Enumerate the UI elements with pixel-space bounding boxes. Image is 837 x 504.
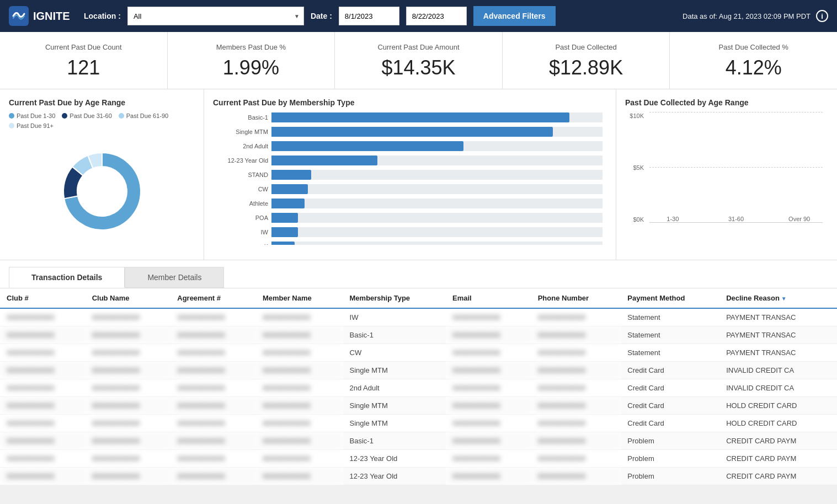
date-end-input[interactable] <box>406 7 467 25</box>
col-chart-area: $10K$5K$0K 1-3031-60Over 90 <box>625 112 828 239</box>
table-cell: XXXXXXXXXX <box>446 326 531 344</box>
kpi-value: $14.35K <box>348 58 489 78</box>
col-x-label: 1-30 <box>667 216 679 222</box>
bar-row: K <box>213 242 603 245</box>
table-cell: XXXXXXXXXX <box>86 432 171 450</box>
bar-track <box>271 156 603 165</box>
legend-dot <box>9 113 14 119</box>
location-select-wrapper[interactable]: All <box>127 7 304 25</box>
kpi-row: Current Past Due Count 121 Members Past … <box>0 32 837 89</box>
table-header[interactable]: Membership Type <box>343 288 446 308</box>
table-cell: INVALID CREDIT CA <box>719 379 837 397</box>
table-cell: Statement <box>621 326 719 344</box>
table-cell: PAYMENT TRANSAC <box>719 326 837 344</box>
table-cell: XXXXXXXXXX <box>86 468 171 485</box>
data-table: Club #Club NameAgreement #Member NameMem… <box>0 288 837 485</box>
table-cell: XXXXXXXXXX <box>446 415 531 432</box>
bar-label: Single MTM <box>213 128 268 135</box>
table-cell: XXXXXXXXXX <box>256 415 343 432</box>
info-icon[interactable]: i <box>816 10 828 22</box>
tab[interactable]: Member Details <box>125 267 224 288</box>
location-label: Location : <box>84 12 121 20</box>
table-header[interactable]: Payment Method <box>621 288 719 308</box>
tabs-row: Transaction DetailsMember Details <box>0 260 837 288</box>
table-cell: XXXXXXXXXX <box>446 432 531 450</box>
table-header[interactable]: Agreement # <box>170 288 256 308</box>
table-header[interactable]: Decline Reason <box>719 288 837 308</box>
table-cell: XXXXXXXXXX <box>0 432 86 450</box>
table-cell: XXXXXXXXXX <box>0 379 86 397</box>
advanced-filters-button[interactable]: Advanced Filters <box>473 6 556 26</box>
table-cell: XXXXXXXXXX <box>170 362 256 379</box>
location-select[interactable]: All <box>127 7 304 25</box>
bar-row: Basic-1 <box>213 112 603 122</box>
header: IGNITE Location : All Date : Advanced Fi… <box>0 0 837 32</box>
table-cell: CW <box>343 344 446 362</box>
bar-fill <box>271 213 298 223</box>
bar-chart-panel: Current Past Due by Membership Type Basi… <box>204 89 616 260</box>
table-cell: Single MTM <box>343 415 446 432</box>
bar-track <box>271 112 603 122</box>
table-cell: XXXXXXXXXX <box>446 362 531 379</box>
table-cell: Single MTM <box>343 362 446 379</box>
table-cell: XXXXXXXXXX <box>170 379 256 397</box>
bar-track <box>271 141 603 151</box>
table-cell: XXXXXXXXXX <box>0 344 86 362</box>
kpi-value: 4.12% <box>683 58 824 78</box>
table-cell: Problem <box>621 450 719 468</box>
kpi-value: $12.89K <box>516 58 657 78</box>
tab[interactable]: Transaction Details <box>9 267 125 288</box>
table-header[interactable]: Email <box>446 288 531 308</box>
bar-label: 2nd Adult <box>213 143 268 149</box>
table-cell: XXXXXXXXXX <box>256 362 343 379</box>
table-row: XXXXXXXXXXXXXXXXXXXXXXXXXXXXXXXXXXXXXXXX… <box>0 450 837 468</box>
date-start-input[interactable] <box>339 7 399 25</box>
bar-row: IW <box>213 227 603 237</box>
table-header[interactable]: Club # <box>0 288 86 308</box>
table-cell: XXXXXXXXXX <box>446 450 531 468</box>
table-cell: XXXXXXXXXX <box>256 450 343 468</box>
table-cell: XXXXXXXXXX <box>0 326 86 344</box>
table-cell: Credit Card <box>621 379 719 397</box>
table-cell: XXXXXXXXXX <box>256 397 343 415</box>
table-cell: XXXXXXXXXX <box>531 397 621 415</box>
col-chart-title: Past Due Collected by Age Range <box>625 98 828 107</box>
kpi-card: Members Past Due % 1.99% <box>168 32 335 89</box>
table-section: Club #Club NameAgreement #Member NameMem… <box>0 288 837 485</box>
table-cell: XXXXXXXXXX <box>0 362 86 379</box>
legend-dot <box>119 113 124 119</box>
bar-fill <box>271 227 298 237</box>
bar-label: Athlete <box>213 200 268 207</box>
table-cell: XXXXXXXXXX <box>170 308 256 326</box>
kpi-card: Past Due Collected % 4.12% <box>670 32 837 89</box>
col-group: 31-60 <box>713 212 760 222</box>
table-cell: XXXXXXXXXX <box>446 379 531 397</box>
table-cell: Credit Card <box>621 415 719 432</box>
table-cell: Single MTM <box>343 397 446 415</box>
table-cell: XXXXXXXXXX <box>86 379 171 397</box>
table-cell: XXXXXXXXXX <box>0 397 86 415</box>
table-cell: XXXXXXXXXX <box>531 344 621 362</box>
bar-row: 2nd Adult <box>213 141 603 151</box>
table-cell: XXXXXXXXXX <box>256 344 343 362</box>
table-row: XXXXXXXXXXXXXXXXXXXXXXXXXXXXXXXXXXXXXXXX… <box>0 432 837 450</box>
bar-label: Basic-1 <box>213 114 268 121</box>
table-header[interactable]: Club Name <box>86 288 171 308</box>
table-header[interactable]: Member Name <box>256 288 343 308</box>
table-cell: XXXXXXXXXX <box>531 450 621 468</box>
donut-legend: Past Due 1-30Past Due 31-60Past Due 61-9… <box>9 112 195 129</box>
table-cell: XXXXXXXXXX <box>256 308 343 326</box>
bar-label: POA <box>213 215 268 221</box>
table-cell: XXXXXXXXXX <box>170 344 256 362</box>
donut-svg <box>50 139 154 244</box>
table-row: XXXXXXXXXXXXXXXXXXXXXXXXXXXXXXXXXXXXXXXX… <box>0 415 837 432</box>
kpi-card: Current Past Due Count 121 <box>0 32 168 89</box>
bar-track <box>271 127 603 137</box>
kpi-title: Members Past Due % <box>181 43 322 51</box>
table-row: XXXXXXXXXXXXXXXXXXXXXXXXXXXXXXXXXXXXXXXX… <box>0 397 837 415</box>
table-header[interactable]: Phone Number <box>531 288 621 308</box>
legend-item: Past Due 91+ <box>9 122 54 129</box>
y-label: $5K <box>633 164 644 171</box>
table-cell: XXXXXXXXXX <box>86 326 171 344</box>
bar-track <box>271 184 603 194</box>
